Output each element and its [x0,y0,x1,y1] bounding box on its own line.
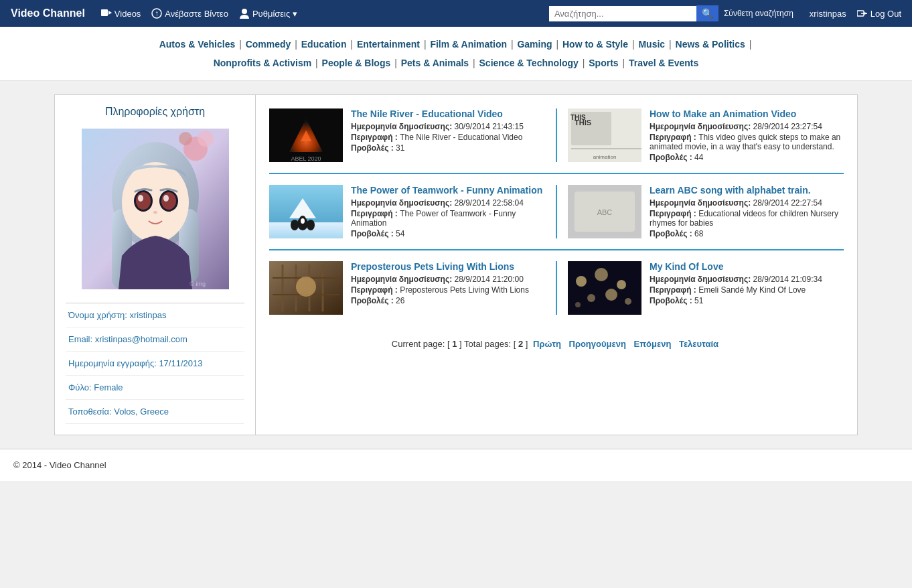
svg-point-36 [291,220,299,230]
site-title: Video Channel [11,7,85,19]
category-travel[interactable]: Travel & Events [629,58,698,68]
svg-rect-23 [269,108,343,162]
current-page-number: 1 [452,339,457,349]
sidebar: Πληροφορίες χρήστη [54,94,255,435]
video-title-4[interactable]: Learn ABC song with alphabet train. [650,185,844,196]
svg-point-19 [138,195,143,202]
category-gaming[interactable]: Gaming [517,40,552,50]
user-info-section: Όνομα χρήστη: xristinpas Email: xristinp… [66,303,244,424]
footer: © 2014 - Video Channel [0,449,912,481]
category-sports[interactable]: Sports [589,58,618,68]
category-entertainment[interactable]: Entertainment [357,40,420,50]
svg-point-53 [587,294,595,302]
sep3: | [348,39,355,50]
video-title-6[interactable]: My Kind Of Love [650,261,844,272]
category-music[interactable]: Music [638,40,665,50]
category-film[interactable]: Film & Animation [430,40,507,50]
categories-bar: Autos & Vehicles | Commedy | Education |… [0,27,912,81]
svg-point-18 [161,192,176,210]
sep8: | [666,39,674,50]
nav-settings[interactable]: Ρυθμίσεις ▾ [239,8,297,19]
search-input[interactable] [549,6,696,21]
sep10: | [313,58,320,68]
search-button[interactable]: 🔍 [696,5,718,21]
user-info-gender: Φύλο: Female [66,376,244,400]
video-col-left-1: ABEL 2020 The Nile River - Educational V… [269,108,556,162]
svg-point-10 [179,132,192,145]
svg-point-56 [575,302,581,307]
advanced-search-link[interactable]: Σύνθετη αναζήτηση [724,9,793,18]
settings-arrow: ▾ [293,9,297,19]
category-commedy[interactable]: Commedy [246,40,291,50]
video-pair-3: Preposterous Pets Living With Lions Ημερ… [269,261,844,325]
video-desc-2: Περιγραφή : This video gives quick steps… [650,133,844,151]
svg-point-14 [122,162,189,242]
pagination-prev[interactable]: Προηγούμενη [569,339,626,349]
logout-button[interactable]: Log Out [857,8,901,19]
svg-point-48 [296,277,316,297]
svg-point-20 [163,195,169,202]
svg-point-51 [595,268,608,281]
video-title-2[interactable]: How to Make an Animation Video [650,108,844,119]
nav-videos[interactable]: Videos [101,8,141,19]
pagination-first[interactable]: Πρώτη [533,339,561,349]
avatar: © img [82,129,229,289]
videos-area: ABEL 2020 The Nile River - Educational V… [255,94,858,435]
video-desc-3: Περιγραφή : The Power of Teamwork - Funn… [351,209,545,228]
search-container: 🔍 Σύνθετη αναζήτηση [549,5,793,21]
video-title-5[interactable]: Preposterous Pets Living With Lions [351,261,545,272]
video-views-5: Προβολές : 26 [351,296,545,305]
video-col-left-3: Preposterous Pets Living With Lions Ημερ… [269,261,556,315]
main-content: Πληροφορίες χρήστη [54,94,858,435]
video-thumb-5[interactable] [269,261,343,315]
pagination-last[interactable]: Τελευταία [679,339,718,349]
video-info-6: My Kind Of Love Ημερομηνία δημοσίευσης: … [650,261,844,315]
user-info-joindate: Ημερομηνία εγγραφής: 17/11/2013 [66,352,244,376]
video-pair-2: The Power of Teamwork - Funny Animation … [269,185,844,250]
video-col-right-2: ABC Learn ABC song with alphabet train. … [556,185,844,238]
pagination-next[interactable]: Επόμενη [633,339,671,349]
sep13: | [580,58,587,68]
sep12: | [470,58,477,68]
video-views-3: Προβολές : 54 [351,229,545,238]
svg-point-55 [625,298,631,305]
sep4: | [421,39,429,50]
person-icon [239,8,250,19]
video-pair-1: ABEL 2020 The Nile River - Educational V… [269,108,844,174]
category-people[interactable]: People & Blogs [322,58,391,68]
category-science[interactable]: Science & Technology [479,58,579,68]
category-howto[interactable]: How to & Style [562,40,628,50]
svg-point-35 [301,218,305,224]
video-date-1: Ημερομηνία δημοσίευσης: 30/9/2014 21:43:… [351,122,545,131]
total-pages-label: ] Total pages: [ [459,339,518,349]
sep9: | [747,39,752,50]
footer-text: © 2014 - Video Channel [13,460,106,470]
svg-text:ABEL 2020: ABEL 2020 [291,155,321,162]
video-date-6: Ημερομηνία δημοσίευσης: 28/9/2014 21:09:… [650,275,844,284]
category-news[interactable]: News & Politics [676,40,745,50]
svg-rect-0 [101,9,108,16]
user-info-username: Όνομα χρήστη: xristinpas [66,303,244,327]
video-desc-6: Περιγραφή : Emeli Sandé My Kind Of Love [650,285,844,295]
video-desc-1: Περιγραφή : The Nile River - Educational… [351,133,545,142]
svg-marker-1 [108,11,112,15]
video-thumb-4[interactable]: ABC [568,185,641,238]
video-thumb-6[interactable] [568,261,641,315]
video-info-2: How to Make an Animation Video Ημερομηνί… [650,108,844,162]
category-autos[interactable]: Autos & Vehicles [159,40,236,50]
video-views-6: Προβολές : 51 [650,296,844,305]
video-thumb-3[interactable] [269,185,343,238]
sep2: | [292,39,299,50]
category-nonprofits[interactable]: Nonprofits & Activism [214,58,312,68]
video-title-3[interactable]: The Power of Teamwork - Funny Animation [351,185,545,196]
svg-point-37 [307,220,315,230]
category-education[interactable]: Education [301,40,347,50]
video-title-1[interactable]: The Nile River - Educational Video [351,108,545,119]
video-thumb-1[interactable]: ABEL 2020 [269,108,343,162]
total-pages-number: 2 [518,339,523,349]
nav-upload[interactable]: ↑ Ανέβαστε Βίντεο [151,8,228,19]
video-thumb-2[interactable]: THIS animation [568,108,641,162]
category-pets[interactable]: Pets & Animals [401,58,469,68]
pagination: Current page: [ 1 ] Total pages: [ 2 ] Π… [269,339,844,349]
video-col-left-2: The Power of Teamwork - Funny Animation … [269,185,556,238]
